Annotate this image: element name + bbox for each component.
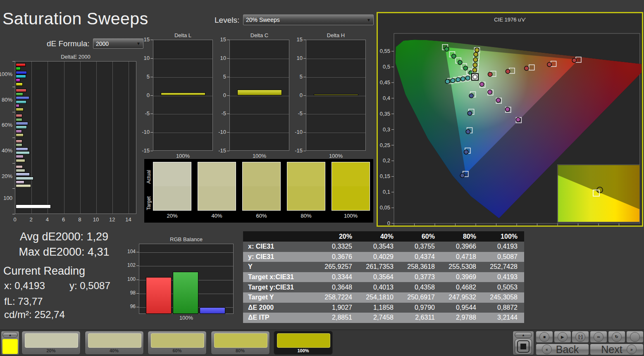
cie-1976-chart-panel[interactable]: CIE 1976 u'v' 000,050,050,10,10,150,150,… [377, 12, 643, 227]
cie-diagram: 000,050,050,10,10,150,150,20,20,250,250,… [378, 23, 642, 225]
continuous-read-button[interactable]: ∞ [590, 331, 607, 343]
levels-value: 20% Sweeps [246, 17, 367, 23]
swatch-label: 60% [242, 213, 281, 219]
measured-dot-yellow [473, 63, 477, 67]
patch-tile-100%[interactable]: 100% [274, 331, 333, 355]
stop-button[interactable]: ■ [536, 331, 553, 343]
play-icon: ▶ [558, 332, 568, 342]
step-read-button[interactable]: [·] [572, 331, 589, 343]
y-tick [227, 40, 229, 40]
gridline [230, 133, 289, 133]
rgb-plot [139, 244, 234, 314]
measured-dot-blue [467, 111, 472, 115]
table-cell: 258,3618 [400, 262, 441, 272]
swatch-label: 80% [287, 213, 325, 219]
calman-saturation-sweeps-page: Saturation Sweeps dE Formula: 2000 ▼ Lev… [0, 0, 644, 356]
deltae-bar-20%-1 [16, 169, 25, 172]
gridline [139, 266, 233, 266]
gridline [230, 59, 289, 59]
gridline [64, 62, 64, 214]
measured-dot-cyan [466, 76, 470, 80]
next-button[interactable]: Next » [590, 344, 644, 355]
y-tick [12, 188, 15, 189]
gridline [306, 59, 365, 59]
deltae-bar-100%-1 [16, 67, 21, 70]
deltae-bar-100%-2 [16, 71, 27, 74]
measured-dot-green [452, 54, 456, 58]
play-button[interactable]: ▶ [554, 331, 571, 343]
table-row: x: CIE310,33250,35430,37550,39660,4193 [243, 242, 524, 252]
measured-dot-red [525, 66, 529, 70]
deltae-bar-40%-0 [16, 140, 22, 143]
levels-dropdown[interactable]: 20% Sweeps ▼ [243, 14, 374, 25]
gridline [230, 114, 289, 114]
next-label: Next [601, 344, 622, 356]
y-tick [227, 132, 229, 133]
patch-tile-60%[interactable]: 60% [148, 331, 207, 355]
back-label: Back [556, 344, 579, 356]
measured-dot-blue [469, 94, 473, 98]
swatch-label: 40% [198, 213, 236, 219]
patch-tile-20%[interactable]: 20% [21, 331, 81, 355]
patch-tile-40%[interactable]: 40% [85, 331, 144, 355]
svg-text:0,1: 0,1 [383, 189, 390, 195]
deltae-bar-100%-4 [16, 78, 20, 82]
table-cell: 0,4029 [359, 252, 400, 262]
y-tick [303, 151, 306, 151]
table-cell: 1,9027 [317, 303, 359, 313]
y-tick [12, 61, 15, 62]
patch-panel-up-button[interactable]: ▲ [2, 332, 18, 338]
table-header-row: 20%40%60%80%100% [243, 231, 524, 242]
y-tick [227, 77, 229, 77]
table-row: Target Y258,7224254,1810250,6917247,9532… [243, 292, 524, 303]
deltae-bar-60%-5 [16, 133, 24, 137]
x-tick-label: 6 [57, 216, 70, 223]
x-label: 100% [229, 153, 289, 159]
patch-window-button[interactable] [515, 339, 532, 354]
svg-text:0,4: 0,4 [383, 95, 390, 101]
tile-label: 40% [85, 348, 143, 353]
table-cell: 0,4193 [483, 272, 524, 282]
deltae-bar-60%-1 [16, 118, 22, 121]
extra-button[interactable] [626, 331, 644, 343]
actual-swatch [243, 162, 280, 186]
measured-dot-blue [460, 173, 464, 178]
table-cell: 0,9790 [400, 303, 441, 313]
patch-window-panel: ▲ [513, 331, 534, 355]
group-label: 40% [0, 147, 12, 154]
actual-swatch [198, 162, 236, 186]
chevron-down-icon: ▼ [367, 18, 371, 22]
table-cell: 0,3755 [400, 242, 441, 252]
deltae-bar-20%-2 [16, 173, 30, 176]
table-row-label: y: CIE31 [243, 252, 317, 262]
deltae-bar-100-0 [16, 204, 51, 209]
refresh-icon: ↻ [612, 332, 622, 342]
x-tick-label: 0 [9, 216, 21, 223]
patch-window-up-button[interactable]: ▲ [515, 332, 532, 338]
table-cell: 1,1858 [359, 303, 400, 313]
deltae-bar-80%-0 [16, 89, 26, 92]
gridline [153, 133, 212, 133]
swatch-40% [198, 162, 236, 211]
y-tick-label: 5 [136, 74, 150, 80]
deltae-bar-80%-2 [16, 96, 29, 100]
group-label: 20% [0, 173, 12, 179]
y-tick-label: 5 [289, 74, 303, 80]
rgb-balance-x-label: 100% [139, 315, 234, 321]
x-tick-label: 4 [41, 216, 53, 223]
gridline [230, 77, 289, 78]
gridline [96, 62, 97, 214]
table-cell: 247,9532 [441, 292, 483, 303]
table-col-header: 100% [483, 231, 524, 242]
deltae-bar-80%-3 [16, 100, 26, 104]
deltae-plot [15, 61, 136, 214]
rgb-balance-title: RGB Balance [139, 236, 234, 242]
table-cell: 0,4193 [483, 242, 524, 252]
back-button[interactable]: « Back [536, 344, 589, 355]
patch-tile-80%[interactable]: 80% [211, 331, 270, 355]
target-swatch [243, 186, 280, 210]
refresh-button[interactable]: ↻ [608, 331, 625, 343]
x-tick-label: 12 [106, 216, 118, 223]
table-row: Target y:CIE310,36480,40130,43580,46820,… [243, 282, 524, 292]
de-formula-dropdown[interactable]: 2000 ▼ [93, 38, 143, 49]
